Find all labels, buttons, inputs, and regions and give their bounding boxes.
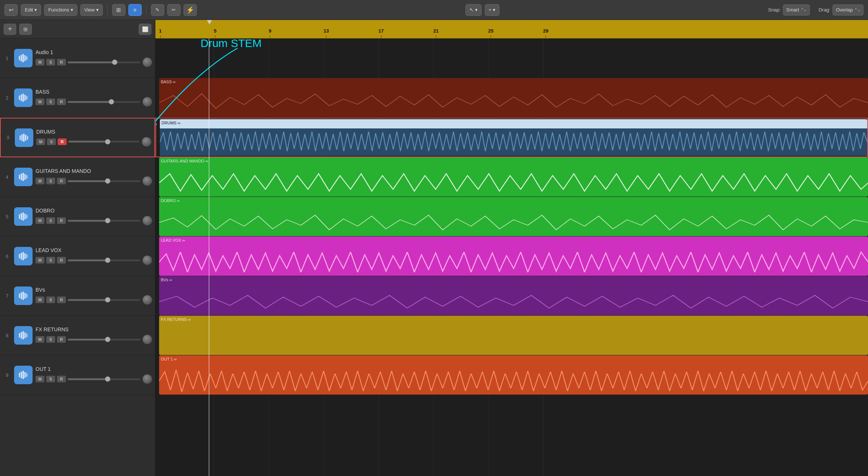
pencil-tool-button[interactable]: ✎ bbox=[151, 4, 164, 16]
edit-label: Edit bbox=[25, 7, 33, 13]
solo-button[interactable]: S bbox=[46, 376, 55, 382]
pan-knob[interactable] bbox=[142, 295, 152, 305]
clip-label-leadvox: LEAD VOX ∞ bbox=[159, 237, 187, 243]
drag-select[interactable]: Overlap ⌃⌄ bbox=[832, 4, 864, 16]
record-button[interactable]: R bbox=[57, 257, 66, 264]
mute-button[interactable]: M bbox=[36, 59, 44, 66]
clip-out1[interactable]: OUT 1 ∞ bbox=[159, 355, 868, 395]
mute-button[interactable]: M bbox=[36, 217, 44, 224]
ruler-mark-13: 13 bbox=[324, 28, 329, 38]
record-button[interactable]: R bbox=[57, 59, 66, 66]
pan-knob[interactable] bbox=[142, 97, 152, 107]
fader-track[interactable] bbox=[68, 299, 140, 301]
view-menu-button[interactable]: View ▾ bbox=[80, 4, 103, 16]
fader-area bbox=[68, 176, 152, 186]
solo-button[interactable]: S bbox=[46, 296, 55, 303]
snap-area: Snap: Smart ⌃⌄ bbox=[768, 4, 810, 16]
fader-track[interactable] bbox=[68, 101, 140, 103]
svg-rect-29 bbox=[26, 254, 27, 258]
clip-drums[interactable]: DRUMS ∞ bbox=[160, 119, 867, 156]
pan-knob[interactable] bbox=[142, 216, 152, 225]
mute-button[interactable]: M bbox=[36, 296, 44, 303]
pan-knob[interactable] bbox=[142, 57, 152, 67]
svg-rect-2 bbox=[23, 54, 24, 62]
mute-button[interactable]: M bbox=[36, 257, 44, 264]
track-number: 6 bbox=[3, 254, 11, 259]
fader-track[interactable] bbox=[68, 339, 140, 341]
scissors-tool-button[interactable]: ✂ bbox=[167, 4, 181, 16]
track-list: 1 Audio 1 M S R bbox=[0, 38, 155, 476]
pan-knob[interactable] bbox=[142, 374, 152, 384]
mute-button[interactable]: M bbox=[36, 178, 44, 184]
list-view-button[interactable]: ≡ bbox=[128, 4, 142, 16]
track-icon bbox=[14, 168, 33, 186]
export-button[interactable]: ⬜ bbox=[139, 24, 151, 35]
pan-knob[interactable] bbox=[142, 335, 152, 344]
track-number: 3 bbox=[4, 135, 12, 140]
record-button[interactable]: R bbox=[57, 178, 66, 184]
track-icon bbox=[14, 366, 33, 384]
track-info: Audio 1 M S R bbox=[36, 49, 152, 67]
undo-button[interactable]: ↩ bbox=[4, 4, 18, 16]
clip-bvs[interactable]: BVs ∞ bbox=[159, 276, 868, 315]
media-browser-button[interactable]: ⊞ bbox=[19, 24, 32, 35]
pan-knob[interactable] bbox=[142, 255, 152, 265]
fader-area bbox=[68, 137, 151, 147]
solo-button[interactable]: S bbox=[46, 98, 55, 105]
solo-button[interactable]: S bbox=[46, 59, 55, 66]
mute-button[interactable]: M bbox=[36, 336, 44, 343]
fader-track[interactable] bbox=[68, 141, 139, 143]
clip-row-fxreturns: FX RETURNS ∞ bbox=[155, 316, 868, 355]
track-info: LEAD VOX M S R bbox=[36, 247, 152, 265]
fader-track[interactable] bbox=[68, 180, 140, 182]
clip-row-dobro: DOBRO ∞ bbox=[155, 197, 868, 237]
clip-row-bvs: BVs ∞ bbox=[155, 276, 868, 316]
fader-area bbox=[68, 57, 152, 67]
solo-button[interactable]: S bbox=[46, 217, 55, 224]
track-info: DRUMS M S R bbox=[36, 129, 151, 147]
track-info: BVs M S R bbox=[36, 287, 152, 305]
track-name: DOBRO bbox=[36, 208, 152, 214]
cursor-plus-button[interactable]: + ▾ bbox=[485, 4, 499, 16]
clip-dobro[interactable]: DOBRO ∞ bbox=[159, 197, 868, 236]
clip-fxreturns[interactable]: FX RETURNS ∞ bbox=[159, 316, 868, 355]
record-button[interactable]: R bbox=[57, 376, 66, 382]
fader-track[interactable] bbox=[68, 259, 140, 261]
snap-select[interactable]: Smart ⌃⌄ bbox=[783, 4, 810, 16]
solo-button[interactable]: S bbox=[46, 336, 55, 343]
solo-button[interactable]: S bbox=[46, 178, 55, 184]
fader-area bbox=[68, 255, 152, 265]
record-button[interactable]: R bbox=[57, 336, 66, 343]
edit-menu-button[interactable]: Edit ▾ bbox=[21, 4, 41, 16]
fader-track[interactable] bbox=[68, 378, 140, 380]
record-button[interactable]: R bbox=[57, 217, 66, 224]
mute-button[interactable]: M bbox=[36, 98, 44, 105]
ruler[interactable]: 1 5 9 13 17 21 25 29 bbox=[155, 20, 868, 38]
pan-knob[interactable] bbox=[142, 137, 151, 147]
record-button[interactable]: R bbox=[57, 296, 66, 303]
glue-tool-button[interactable]: ⚡ bbox=[184, 4, 197, 16]
functions-menu-button[interactable]: Functions ▾ bbox=[44, 4, 77, 16]
clip-bass[interactable]: BASS ∞ bbox=[159, 78, 868, 117]
clip-guitars[interactable]: GUITARS AND MANDO ∞ bbox=[159, 157, 868, 197]
svg-rect-42 bbox=[23, 371, 24, 379]
solo-button[interactable]: S bbox=[47, 138, 56, 145]
cursor-tool-button[interactable]: ↖ ▾ bbox=[465, 4, 482, 16]
clip-label-fxreturns: FX RETURNS ∞ bbox=[159, 316, 193, 322]
track-number: 1 bbox=[3, 56, 11, 61]
svg-rect-5 bbox=[19, 95, 20, 100]
record-button[interactable]: R bbox=[57, 98, 66, 105]
track-name: BVs bbox=[36, 287, 152, 293]
add-track-button[interactable]: + bbox=[4, 24, 16, 35]
solo-button[interactable]: S bbox=[46, 257, 55, 264]
fader-track[interactable] bbox=[68, 220, 140, 222]
grid-view-button[interactable]: ⊞ bbox=[112, 4, 125, 16]
mute-button[interactable]: M bbox=[36, 138, 45, 145]
record-button-active[interactable]: R bbox=[58, 138, 67, 145]
mute-button[interactable]: M bbox=[36, 376, 44, 382]
clip-leadvox[interactable]: LEAD VOX ∞ bbox=[159, 237, 868, 276]
tracks-canvas[interactable]: BASS ∞ DRUMS ∞ bbox=[155, 38, 868, 476]
track-icon bbox=[14, 207, 33, 226]
pan-knob[interactable] bbox=[142, 176, 152, 186]
fader-track[interactable] bbox=[68, 61, 140, 63]
